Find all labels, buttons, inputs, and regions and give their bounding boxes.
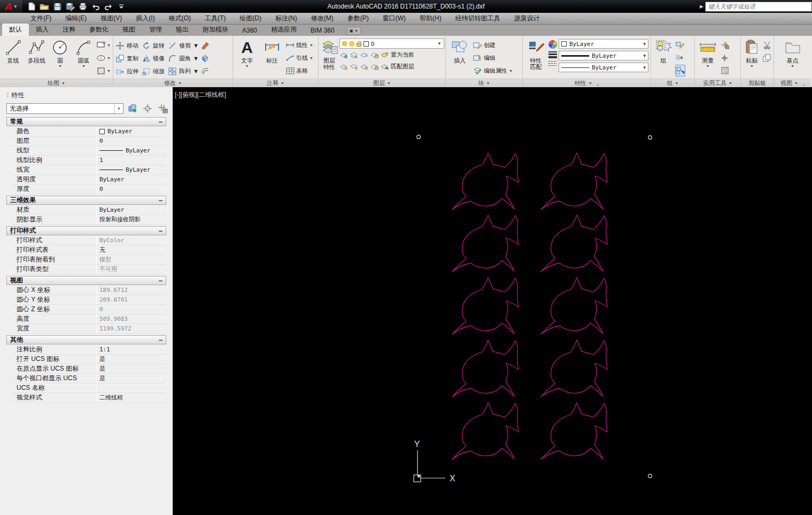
plot-icon[interactable]: [78, 2, 88, 11]
undo-icon[interactable]: [91, 2, 100, 11]
property-row[interactable]: 图层0: [12, 136, 166, 146]
property-row[interactable]: 圆心 X 坐标189.6712: [12, 286, 166, 295]
ribbon-tab-注释[interactable]: 注释: [56, 24, 82, 36]
property-row[interactable]: 打开 UCS 图标是: [12, 355, 166, 364]
property-value[interactable]: 1: [97, 156, 166, 165]
shark-pattern-outline[interactable]: [452, 403, 519, 459]
search-input[interactable]: [705, 2, 812, 12]
编辑-button[interactable]: 编辑: [473, 52, 513, 64]
property-row[interactable]: 线宽ByLayer: [12, 165, 166, 175]
panel-label-view[interactable]: 视图 ▼ ⌟: [774, 79, 811, 87]
property-row[interactable]: 宽度1199.5972: [12, 324, 166, 334]
linetype-dropdown[interactable]: ByLayer▼: [559, 63, 648, 72]
property-value[interactable]: 0: [97, 136, 166, 145]
property-value[interactable]: 是: [97, 374, 166, 383]
property-value[interactable]: ByLayer: [97, 165, 166, 174]
ellipse-button[interactable]: ▼: [96, 52, 111, 64]
dimension-button[interactable]: 标注: [260, 37, 284, 79]
引线-button[interactable]: 引线▼: [285, 52, 313, 64]
property-row[interactable]: 打印表类型不可用: [12, 265, 166, 274]
shark-pattern-outline[interactable]: [541, 340, 607, 397]
set-current-layer-button[interactable]: 置为当前: [391, 51, 414, 59]
cad-drawing[interactable]: Y X: [173, 87, 812, 515]
property-value[interactable]: 是: [97, 364, 166, 373]
quickcalc-point-button[interactable]: [720, 39, 729, 51]
property-value[interactable]: 0: [97, 185, 166, 194]
property-row[interactable]: 在原点显示 UCS 图标是: [12, 364, 166, 374]
圆角-button[interactable]: 圆角▼: [168, 52, 199, 65]
property-row[interactable]: 厚度0: [12, 185, 166, 194]
menu-item[interactable]: 参数(P): [341, 12, 376, 25]
open-folder-icon[interactable]: [40, 2, 49, 11]
menu-item[interactable]: 格式(O): [162, 12, 198, 25]
section-header-常规[interactable]: 常规−: [6, 117, 166, 126]
dialog-launcher-icon[interactable]: ⌟: [802, 81, 805, 86]
menu-item[interactable]: 编辑(E): [58, 12, 94, 25]
menu-item[interactable]: 插入(I): [129, 12, 161, 25]
grip-handle-icon[interactable]: ⁞⁞: [6, 93, 9, 98]
menu-item[interactable]: 源泉设计: [507, 12, 547, 25]
shark-pattern-outline[interactable]: [541, 153, 607, 210]
section-header-三维效果[interactable]: 三维效果−: [6, 196, 166, 205]
property-row[interactable]: 每个视口都显示 UCS是: [12, 374, 166, 383]
阵列-button[interactable]: 阵列▼: [168, 65, 199, 78]
erase-button[interactable]: [200, 39, 210, 51]
shark-pattern-outline[interactable]: [541, 215, 607, 272]
ribbon-tab-BIM 360[interactable]: BIM 360: [304, 25, 342, 36]
drawing-area[interactable]: [-][俯视][二维线框] Y X: [173, 87, 812, 515]
new-file-icon[interactable]: [27, 2, 36, 11]
menu-item[interactable]: 帮助(H): [413, 12, 448, 25]
explode-button[interactable]: [200, 52, 210, 64]
collapse-icon[interactable]: −: [159, 336, 163, 344]
property-value[interactable]: ByLayer: [97, 175, 166, 184]
palette-title-bar[interactable]: ⁞⁞ 特性: [6, 87, 173, 101]
section-header-其他[interactable]: 其他−: [6, 335, 166, 344]
圆-button[interactable]: 圆▼: [49, 37, 71, 79]
property-value[interactable]: 无: [97, 245, 166, 255]
property-row[interactable]: 打印表附着到模型: [12, 255, 166, 265]
point-marker[interactable]: [648, 136, 652, 140]
hatch-button[interactable]: ▼: [96, 65, 111, 76]
base-point-button[interactable]: 基点 ▼: [782, 37, 803, 79]
ribbon-tab-插入[interactable]: 插入: [29, 24, 56, 36]
menu-item[interactable]: 视图(V): [94, 12, 129, 25]
shark-pattern-outline[interactable]: [452, 215, 519, 272]
linetype-icon[interactable]: [548, 61, 557, 66]
match-layer-button[interactable]: 匹配图层: [391, 63, 414, 71]
insert-block-button[interactable]: 插入: [448, 37, 471, 79]
property-value[interactable]: 209.8701: [97, 295, 166, 304]
panel-label-groups[interactable]: 组 ▼: [651, 79, 694, 87]
menu-item[interactable]: 工具(T): [198, 12, 233, 25]
customize-toolbar-icon[interactable]: [117, 2, 126, 11]
ribbon-tab-输出[interactable]: 输出: [169, 24, 196, 36]
property-value[interactable]: 是: [97, 355, 166, 364]
property-value[interactable]: 1:1: [97, 345, 166, 354]
ribbon-minimize-button[interactable]: ▣▼: [347, 27, 361, 35]
shark-pattern-outline[interactable]: [541, 403, 607, 459]
toggle-pickadd-icon[interactable]: [157, 103, 168, 114]
collapse-icon[interactable]: −: [159, 118, 163, 126]
property-row[interactable]: 透明度ByLayer: [12, 175, 166, 185]
lineweight-icon[interactable]: [548, 51, 557, 58]
autocad-logo-button[interactable]: A ▼: [0, 0, 22, 13]
calculator-button[interactable]: [720, 65, 729, 76]
menu-item[interactable]: 标注(N): [268, 12, 304, 25]
property-row[interactable]: 阴影显示投射和接收阴影: [12, 215, 166, 225]
property-row[interactable]: 颜色ByLayer: [12, 127, 166, 136]
redo-icon[interactable]: [104, 2, 113, 11]
直线-button[interactable]: 直线: [2, 37, 24, 79]
ribbon-tab-视图[interactable]: 视图: [115, 24, 142, 36]
group-edit-button[interactable]: [675, 39, 685, 51]
修剪-button[interactable]: 修剪▼: [168, 39, 199, 52]
shark-pattern-outline[interactable]: [452, 153, 519, 210]
object-color-dropdown[interactable]: ByLayer▼: [559, 39, 648, 49]
panel-label-utilities[interactable]: 实用工具 ▼: [695, 79, 740, 87]
paste-button[interactable]: 粘贴 ▼: [743, 37, 761, 79]
cut-button[interactable]: [762, 39, 771, 51]
property-value[interactable]: 509.9083: [97, 314, 166, 324]
property-row[interactable]: 视觉样式二维线框: [12, 393, 166, 403]
panel-label-properties[interactable]: 特性 ▼ ⌟: [523, 79, 651, 87]
property-value[interactable]: 1199.5972: [97, 324, 166, 333]
ribbon-tab-默认[interactable]: 默认: [2, 24, 29, 36]
ribbon-tab-管理[interactable]: 管理: [142, 24, 169, 36]
